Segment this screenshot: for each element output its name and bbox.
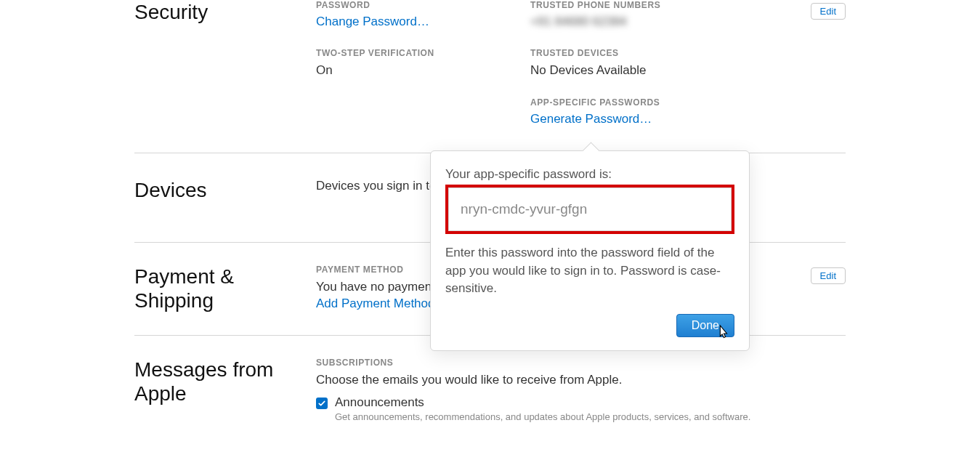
checkmark-icon [317, 399, 326, 408]
security-title: Security [134, 0, 316, 25]
highlight-frame: nryn-cmdc-yvur-gfgn [445, 185, 734, 234]
two-step-label: TWO-STEP VERIFICATION [316, 48, 530, 58]
app-specific-passwords-label: APP-SPECIFIC PASSWORDS [530, 97, 745, 108]
trusted-phone-label: TRUSTED PHONE NUMBERS [530, 0, 745, 10]
security-section: Security Edit PASSWORD Change Password… … [134, 0, 846, 153]
add-payment-method-link[interactable]: Add Payment Method… [316, 297, 447, 310]
announcements-label: Announcements [335, 395, 750, 410]
subscriptions-label: SUBSCRIPTIONS [316, 358, 846, 368]
messages-title: Messages from Apple [134, 358, 316, 406]
trusted-phone-value: +91 84680 62384 [530, 15, 745, 29]
payment-edit-button[interactable]: Edit [811, 267, 846, 284]
app-specific-password-value[interactable]: nryn-cmdc-yvur-gfgn [448, 187, 732, 231]
popover-title: Your app-specific password is: [445, 167, 734, 182]
announcements-desc: Get announcements, recommendations, and … [335, 411, 750, 422]
two-step-value: On [316, 62, 530, 78]
announcements-checkbox[interactable] [316, 398, 328, 409]
payment-title: Payment & Shipping [134, 265, 316, 313]
trusted-devices-value: No Devices Available [530, 62, 745, 78]
devices-title: Devices [134, 178, 316, 203]
done-button[interactable]: Done [676, 314, 734, 337]
password-label: PASSWORD [316, 0, 530, 10]
trusted-devices-label: TRUSTED DEVICES [530, 48, 745, 58]
popover-desc: Enter this password into the password fi… [445, 244, 734, 298]
generate-password-link[interactable]: Generate Password… [530, 112, 652, 126]
security-edit-button[interactable]: Edit [811, 3, 846, 20]
messages-section: Messages from Apple SUBSCRIPTIONS Choose… [134, 336, 846, 443]
change-password-link[interactable]: Change Password… [316, 15, 429, 28]
app-specific-password-popover: Your app-specific password is: nryn-cmdc… [430, 150, 750, 351]
subscriptions-desc: Choose the emails you would like to rece… [316, 372, 846, 388]
